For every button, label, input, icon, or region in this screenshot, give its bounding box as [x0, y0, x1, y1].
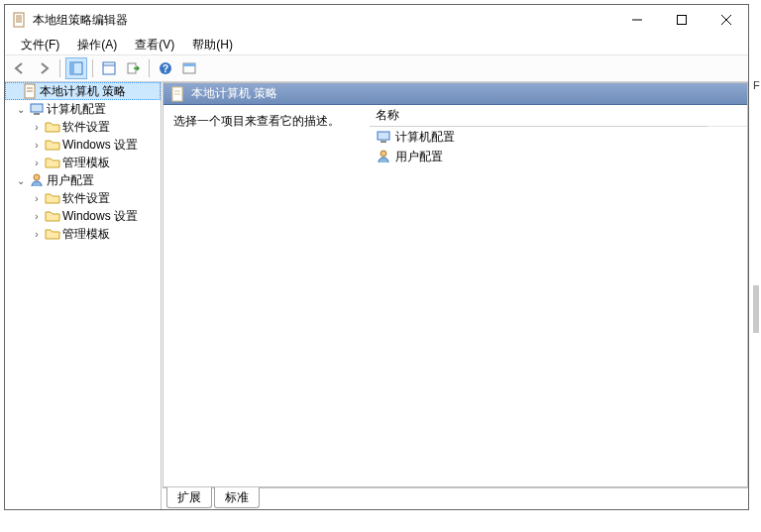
svg-rect-10	[70, 62, 74, 74]
tree-label: Windows 设置	[62, 137, 138, 154]
show-hide-tree-button[interactable]	[65, 57, 87, 79]
list-pane: 名称 计算机配置 用户配置	[370, 105, 747, 486]
svg-rect-22	[34, 113, 40, 115]
titlebar: 本地组策略编辑器	[5, 5, 748, 35]
tree-user-adm[interactable]: › 管理模板	[5, 225, 161, 243]
app-icon	[11, 12, 27, 28]
expand-icon[interactable]: ›	[31, 193, 43, 204]
help-button[interactable]: ?	[155, 57, 176, 79]
back-button[interactable]	[9, 57, 31, 79]
body: ▶ 本地计算机 策略 ⌄ 计算机配置 › 软件设置 › Windows 设置	[5, 82, 748, 509]
tree-label: Windows 设置	[62, 208, 138, 225]
menu-file[interactable]: 文件(F)	[13, 35, 67, 55]
content-title: 本地计算机 策略	[191, 85, 277, 102]
menubar: 文件(F) 操作(A) 查看(V) 帮助(H)	[5, 35, 748, 54]
tree-comp-adm[interactable]: › 管理模板	[5, 154, 161, 171]
column-header-name[interactable]: 名称	[370, 105, 747, 127]
menu-action[interactable]: 操作(A)	[69, 35, 125, 55]
list-item-user-config[interactable]: 用户配置	[370, 147, 747, 166]
computer-icon	[29, 101, 45, 117]
background-scroll-sliver	[753, 285, 759, 333]
expand-icon[interactable]: ›	[31, 158, 43, 168]
svg-point-29	[380, 151, 386, 157]
svg-rect-11	[103, 62, 115, 74]
svg-rect-6	[677, 16, 686, 25]
folder-icon	[45, 226, 60, 242]
expand-icon[interactable]: ›	[31, 211, 43, 222]
tabs: 扩展 标准	[163, 487, 748, 509]
tree-user-software[interactable]: › 软件设置	[5, 189, 161, 207]
user-icon	[376, 149, 391, 164]
menu-view[interactable]: 查看(V)	[127, 35, 182, 55]
svg-rect-28	[380, 141, 386, 143]
tree-comp-software[interactable]: › 软件设置	[5, 118, 161, 136]
expand-icon[interactable]: ›	[31, 140, 43, 151]
policy-icon	[22, 83, 38, 99]
tree-user-windows[interactable]: › Windows 设置	[5, 207, 161, 225]
tree-label: 软件设置	[62, 119, 110, 136]
folder-icon	[45, 119, 60, 135]
description-hint: 选择一个项目来查看它的描述。	[173, 113, 360, 130]
expand-icon[interactable]: ›	[31, 122, 43, 133]
forward-button[interactable]	[33, 57, 54, 79]
toolbar: ?	[5, 54, 748, 82]
right-panel: 本地计算机 策略 选择一个项目来查看它的描述。 名称 计算机配置	[162, 82, 748, 509]
collapse-icon[interactable]: ⌄	[15, 175, 27, 186]
folder-icon	[45, 208, 60, 224]
background-artifact: F	[753, 79, 759, 85]
tree-panel: ▶ 本地计算机 策略 ⌄ 计算机配置 › 软件设置 › Windows 设置	[5, 82, 162, 509]
menu-help[interactable]: 帮助(H)	[184, 35, 241, 55]
list-item-label: 用户配置	[395, 149, 443, 165]
export-list-button[interactable]	[122, 57, 144, 79]
folder-icon	[45, 190, 60, 206]
computer-icon	[376, 129, 391, 145]
filter-options-button[interactable]	[178, 57, 200, 79]
list-item-computer-config[interactable]: 计算机配置	[370, 127, 747, 147]
tree-label: 管理模板	[62, 155, 110, 171]
window: 本地组策略编辑器 文件(F) 操作(A) 查看(V) 帮助(H) ? ▶	[4, 4, 749, 510]
policy-icon	[169, 86, 185, 102]
tree-label: 管理模板	[62, 226, 110, 243]
window-title: 本地组策略编辑器	[33, 12, 614, 29]
svg-rect-17	[183, 63, 195, 66]
maximize-button[interactable]	[659, 5, 704, 35]
tree-root[interactable]: ▶ 本地计算机 策略	[5, 82, 161, 100]
expand-icon[interactable]: ›	[31, 229, 43, 240]
properties-button[interactable]	[98, 57, 120, 79]
tab-extended[interactable]: 扩展	[166, 487, 212, 508]
toolbar-separator	[149, 59, 150, 77]
list-item-label: 计算机配置	[395, 129, 455, 146]
tree-root-label: 本地计算机 策略	[40, 83, 126, 100]
content-header: 本地计算机 策略	[163, 83, 747, 105]
user-icon	[29, 172, 45, 188]
description-pane: 选择一个项目来查看它的描述。	[163, 105, 370, 486]
tab-standard[interactable]: 标准	[214, 487, 260, 508]
svg-point-23	[34, 174, 40, 180]
minimize-button[interactable]	[614, 5, 659, 35]
tree-label: 用户配置	[47, 172, 94, 189]
close-button[interactable]	[704, 5, 748, 35]
tree-computer-config[interactable]: ⌄ 计算机配置	[5, 100, 161, 118]
toolbar-separator	[59, 59, 60, 77]
tree-label: 计算机配置	[47, 101, 106, 118]
svg-rect-27	[378, 132, 389, 140]
folder-icon	[45, 137, 60, 153]
tree-comp-windows[interactable]: › Windows 设置	[5, 136, 161, 154]
collapse-icon[interactable]: ⌄	[15, 104, 27, 115]
toolbar-separator	[92, 59, 93, 77]
folder-icon	[45, 155, 60, 170]
svg-rect-21	[31, 104, 43, 112]
tree-label: 软件设置	[62, 190, 110, 207]
svg-text:?: ?	[163, 63, 168, 74]
tree-user-config[interactable]: ⌄ 用户配置	[5, 171, 161, 189]
